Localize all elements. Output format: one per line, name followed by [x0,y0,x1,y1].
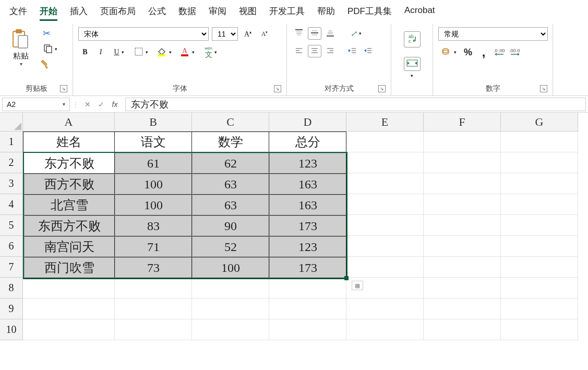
dialog-launcher-icon[interactable]: ↘ [378,85,386,92]
decrease-font-button[interactable]: A▾ [258,28,271,40]
table-cell[interactable]: 173 [269,216,346,236]
comma-button[interactable]: , [477,46,490,58]
cell[interactable] [424,257,501,278]
increase-font-button[interactable]: A▴ [241,28,255,40]
cell[interactable] [501,236,578,257]
name-box[interactable]: A2 ▾ [2,98,70,111]
bold-button[interactable]: B [78,46,92,58]
cell[interactable] [346,132,424,152]
tab-PDF工具集[interactable]: PDF工具集 [347,5,392,21]
table-cell[interactable]: 西方不败 [24,174,115,195]
fill-color-button[interactable]: ▾ [153,46,174,58]
table-cell[interactable]: 123 [269,153,346,174]
table-cell[interactable]: 西门吹雪 [24,257,115,278]
table-cell[interactable]: 100 [115,195,192,216]
table-cell[interactable]: 东方不败 [24,153,115,174]
row-header-6[interactable]: 6 [0,236,23,257]
cell[interactable] [346,173,424,194]
italic-button[interactable]: I [94,46,107,58]
table-header-cell[interactable]: 总分 [269,132,346,152]
copy-button[interactable]: ▾ [40,43,61,55]
dialog-launcher-icon[interactable]: ↘ [540,85,547,92]
table-cell[interactable]: 63 [192,195,269,216]
font-color-button[interactable]: A ▾ [176,46,197,58]
cell[interactable] [424,152,501,173]
insert-function-button[interactable]: fx [109,98,121,111]
column-header-B[interactable]: B [115,113,192,132]
cell[interactable] [192,278,269,299]
column-header-F[interactable]: F [424,113,501,132]
increase-decimal-button[interactable]: .0 .00 [493,46,506,58]
table-cell[interactable]: 73 [115,257,192,278]
cell[interactable] [424,173,501,194]
cell[interactable] [115,319,192,340]
phonetic-button[interactable]: wén 文 ▾ [199,46,222,58]
row-header-2[interactable]: 2 [0,152,23,173]
cell[interactable] [424,299,501,319]
selection-handle[interactable] [344,276,349,280]
tab-审阅[interactable]: 审阅 [209,5,226,21]
table-cell[interactable]: 100 [115,174,192,195]
tab-插入[interactable]: 插入 [70,5,88,21]
row-header-10[interactable]: 10 [0,319,23,340]
underline-button[interactable]: U▾ [110,46,128,58]
border-button[interactable]: ▾ [130,46,151,58]
cell[interactable] [346,215,424,236]
row-header-1[interactable]: 1 [0,132,23,152]
align-top-button[interactable] [292,27,306,40]
cell[interactable] [501,194,578,215]
table-cell[interactable]: 63 [192,174,269,195]
cancel-formula-button[interactable]: ✕ [81,98,94,111]
table-cell[interactable]: 90 [192,216,269,236]
align-bottom-button[interactable] [323,27,337,40]
cell[interactable] [501,319,578,340]
cell[interactable] [269,319,346,340]
tab-页面布局[interactable]: 页面布局 [100,5,136,21]
cell[interactable] [192,299,269,319]
currency-button[interactable]: ▾ [438,46,459,58]
merge-center-button[interactable]: ▾ [402,56,423,79]
align-center-button[interactable] [308,45,321,57]
table-header-cell[interactable]: 姓名 [23,132,115,152]
cell[interactable] [501,257,578,278]
row-header-7[interactable]: 7 [0,257,23,278]
cell[interactable] [501,299,578,319]
cell[interactable] [501,132,578,152]
cell[interactable] [115,299,192,319]
wrap-text-button[interactable]: ab c [402,30,423,49]
table-cell[interactable]: 南宫问天 [24,236,115,257]
cell[interactable] [501,215,578,236]
number-format-select[interactable]: 常规 [438,27,548,41]
row-header-3[interactable]: 3 [0,173,23,194]
table-cell[interactable]: 东西方不败 [24,216,115,236]
align-right-button[interactable] [323,45,337,57]
tab-Acrobat[interactable]: Acrobat [404,5,435,21]
table-cell[interactable]: 163 [269,195,346,216]
column-header-D[interactable]: D [269,113,346,132]
cell[interactable] [23,278,115,299]
align-left-button[interactable] [292,45,306,57]
align-middle-button[interactable] [308,27,321,40]
cell[interactable] [424,278,501,299]
decrease-indent-button[interactable] [345,45,359,57]
worksheet-grid[interactable]: ABCDEFG 12345678910 姓名语文数学总分东方不败6162123西… [0,113,588,340]
formula-input[interactable]: 东方不败 [125,98,586,111]
percent-button[interactable]: % [461,46,475,58]
table-cell[interactable]: 123 [269,236,346,257]
cell[interactable] [346,299,424,319]
cell[interactable] [23,319,115,340]
cell[interactable] [346,236,424,257]
table-cell[interactable]: 北宫雪 [24,195,115,216]
select-all-corner[interactable] [0,113,23,132]
cell[interactable] [501,173,578,194]
row-header-4[interactable]: 4 [0,194,23,215]
row-header-8[interactable]: 8 [0,278,23,299]
format-painter-button[interactable] [40,58,53,71]
tab-公式[interactable]: 公式 [148,5,166,21]
cell[interactable] [346,319,424,340]
table-header-cell[interactable]: 数学 [192,132,269,152]
cell[interactable] [424,319,501,340]
column-header-C[interactable]: C [192,113,269,132]
tab-开始[interactable]: 开始 [40,5,57,21]
cell[interactable] [424,236,501,257]
